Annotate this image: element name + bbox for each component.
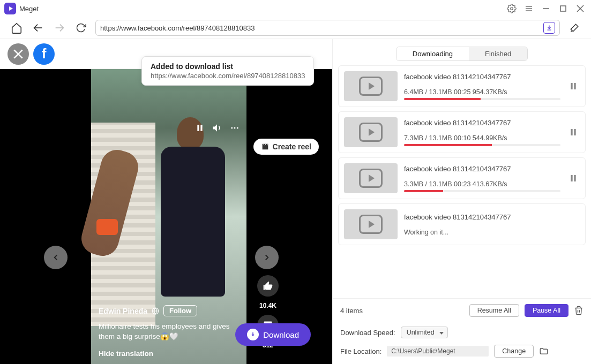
download-item[interactable]: facebook video 8131421043477673.3MB / 13… — [338, 157, 586, 199]
delete-all-icon[interactable] — [574, 306, 583, 315]
hide-translation-button[interactable]: Hide translation — [99, 350, 243, 358]
download-toast: Added to download list https://www.faceb… — [141, 56, 314, 86]
svg-rect-25 — [571, 175, 572, 181]
download-button[interactable]: Download — [235, 323, 311, 346]
download-progress — [404, 144, 560, 146]
location-label: File Location: — [340, 347, 381, 355]
item-count: 4 items — [340, 307, 363, 315]
pause-all-button[interactable]: Pause All — [525, 304, 568, 317]
download-progress — [404, 190, 560, 192]
create-reel-label: Create reel — [273, 142, 311, 151]
titlebar: Meget — [0, 0, 591, 17]
svg-rect-23 — [571, 129, 572, 135]
main-area: f Added to download list https://www.fac… — [0, 39, 591, 364]
download-title: facebook video 813142104347767 — [404, 119, 560, 127]
download-item[interactable]: facebook video 8131421043477677.3MB / 13… — [338, 111, 586, 153]
svg-point-0 — [511, 7, 513, 10]
reel-username[interactable]: Edwin Pineda — [99, 307, 147, 315]
follow-button[interactable]: Follow — [163, 305, 197, 316]
open-folder-icon[interactable] — [539, 346, 549, 356]
tab-finished[interactable]: Finished — [469, 47, 527, 60]
globe-icon — [152, 307, 159, 315]
tab-downloading[interactable]: Downloading — [397, 47, 469, 60]
minimize-button[interactable] — [540, 2, 552, 15]
download-thumbnail — [344, 117, 398, 147]
svg-rect-21 — [571, 83, 572, 89]
download-title: facebook video 813142104347767 — [404, 213, 580, 221]
prev-reel-button[interactable] — [44, 246, 68, 269]
download-stats: 3.3MB / 13.1MB 00:23 413.67KB/s — [404, 180, 560, 188]
facebook-tab[interactable]: f — [33, 43, 55, 65]
svg-point-16 — [231, 127, 233, 129]
download-thumbnail — [344, 209, 398, 239]
reel-side-actions: 10.4K 312 627 — [257, 275, 279, 364]
pause-download-icon[interactable] — [567, 128, 580, 136]
svg-rect-26 — [574, 175, 575, 181]
location-input[interactable]: C:\Users\Public\Meget — [387, 346, 489, 357]
download-title: facebook video 813142104347767 — [404, 165, 560, 173]
url-input[interactable] — [100, 24, 543, 32]
download-button-label: Download — [263, 330, 299, 339]
pause-icon[interactable] — [196, 124, 204, 132]
video-area: Create reel 10.4K 312 627 — [0, 69, 332, 364]
close-tab-button[interactable] — [8, 43, 29, 65]
download-title: facebook video 813142104347767 — [404, 73, 560, 81]
download-item[interactable]: facebook video 813142104347767Working on… — [338, 203, 586, 245]
reel-caption: Millionaire tests his employees and give… — [99, 322, 243, 342]
download-stats: Working on it... — [404, 229, 580, 236]
toast-url: https://www.facebook.com/reel/8974081288… — [151, 72, 305, 80]
svg-rect-22 — [574, 83, 575, 89]
downloads-list: facebook video 8131421043477676.4MB / 13… — [333, 65, 591, 298]
download-url-icon[interactable] — [543, 22, 555, 34]
downloads-pane: Downloading Finished facebook video 8131… — [332, 39, 591, 364]
download-item[interactable]: facebook video 8131421043477676.4MB / 13… — [338, 65, 586, 107]
maximize-button[interactable] — [557, 2, 570, 15]
pause-download-icon[interactable] — [567, 174, 580, 183]
download-arrow-icon — [247, 329, 259, 340]
like-count: 10.4K — [259, 302, 276, 309]
svg-rect-5 — [560, 6, 566, 11]
settings-icon[interactable] — [505, 2, 518, 15]
svg-point-17 — [234, 127, 236, 129]
svg-point-18 — [237, 127, 238, 129]
menu-icon[interactable] — [522, 2, 535, 15]
toolbar — [0, 17, 591, 39]
svg-rect-15 — [200, 125, 202, 131]
like-button[interactable] — [257, 275, 279, 297]
speed-label: Download Speed: — [340, 329, 395, 337]
downloads-footer: 4 items Resume All Pause All — [333, 298, 591, 322]
back-icon[interactable] — [31, 21, 45, 35]
downloads-tabs: Downloading Finished — [333, 39, 591, 65]
more-icon[interactable] — [230, 123, 240, 133]
change-location-button[interactable]: Change — [494, 345, 534, 358]
download-thumbnail — [344, 71, 398, 101]
home-icon[interactable] — [10, 21, 24, 35]
app-logo — [4, 3, 16, 14]
clapperboard-icon — [261, 142, 270, 151]
svg-rect-24 — [574, 129, 575, 135]
reload-icon[interactable] — [74, 21, 88, 35]
url-bar[interactable] — [95, 20, 560, 36]
download-stats: 6.4MB / 13.1MB 00:25 954.37KB/s — [404, 88, 560, 96]
speed-row: Download Speed: Unlimited — [333, 322, 591, 343]
download-thumbnail — [344, 163, 398, 193]
volume-icon[interactable] — [212, 123, 222, 133]
speed-select[interactable]: Unlimited — [401, 327, 448, 338]
download-stats: 7.3MB / 13.1MB 00:10 544.99KB/s — [404, 134, 560, 142]
brush-icon[interactable] — [567, 21, 581, 35]
browser-pane: f Added to download list https://www.fac… — [0, 39, 332, 364]
app-title: Meget — [19, 5, 39, 13]
pause-download-icon[interactable] — [567, 82, 580, 90]
create-reel-button[interactable]: Create reel — [253, 139, 319, 155]
close-button[interactable] — [574, 2, 587, 15]
resume-all-button[interactable]: Resume All — [469, 304, 519, 317]
reel-info: Edwin Pineda Follow Millionaire tests hi… — [99, 305, 243, 358]
download-progress — [404, 98, 560, 100]
location-row: File Location: C:\Users\Public\Meget Cha… — [333, 343, 591, 364]
next-reel-button[interactable] — [255, 246, 279, 269]
svg-rect-14 — [197, 125, 199, 131]
forward-icon[interactable] — [53, 21, 66, 35]
toast-title: Added to download list — [151, 62, 305, 71]
